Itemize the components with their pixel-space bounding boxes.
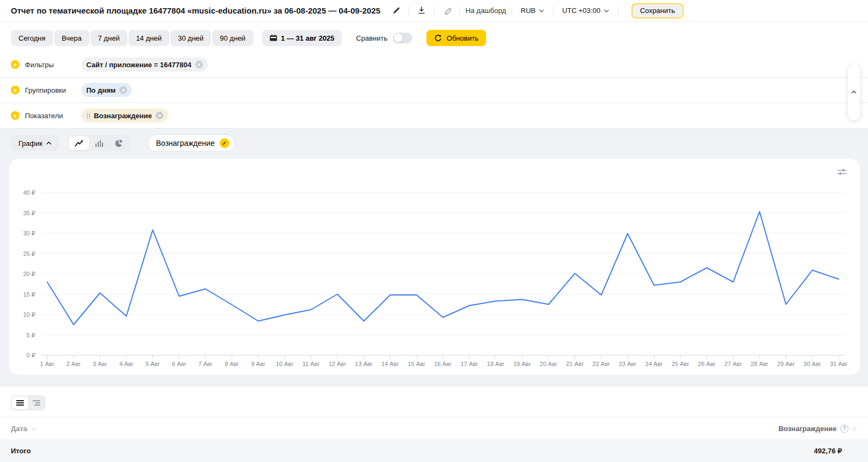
metric-chip-label: Вознаграждение <box>94 112 152 120</box>
bar-chart-icon[interactable] <box>89 136 109 150</box>
metrics-row: + Показатели Вознаграждение × <box>0 103 868 129</box>
help-icon[interactable]: ? <box>840 425 848 433</box>
total-value: 492,76 ₽ <box>814 447 857 455</box>
add-grouping-button[interactable]: + <box>11 86 20 94</box>
chevron-down-icon <box>539 9 544 12</box>
chart-type-switcher <box>68 135 130 151</box>
revenue-line-chart[interactable]: 0 ₽5 ₽10 ₽15 ₽20 ₽25 ₽30 ₽35 ₽40 ₽1 Авг2… <box>9 159 860 375</box>
grouping-chip-label: По дням <box>86 86 116 94</box>
svg-text:7 Авг: 7 Авг <box>199 361 213 367</box>
compare-label: Сравнить <box>356 34 387 42</box>
remove-filter-icon[interactable]: × <box>195 61 203 68</box>
chevron-up-icon <box>46 142 52 145</box>
metric-column-header[interactable]: Вознаграждение ? ↓↑ <box>778 425 857 433</box>
groupings-row: + Группировки По дням × <box>0 78 868 103</box>
filter-chip[interactable]: Сайт / приложение = 16477804 × <box>81 57 208 72</box>
preset-yesterday[interactable]: Вчера <box>54 30 90 46</box>
divider <box>553 7 553 15</box>
preset-14-days[interactable]: 14 дней <box>129 30 169 46</box>
chevron-up-icon <box>851 91 857 94</box>
metric-selector-label: Вознаграждение <box>156 139 214 147</box>
pie-chart-icon[interactable] <box>109 136 129 150</box>
svg-text:5 Авг: 5 Авг <box>145 361 159 367</box>
filters-row: + Фильтры Сайт / приложение = 16477804 × <box>0 52 868 78</box>
date-column-header[interactable]: Дата ↓↑ <box>11 425 35 433</box>
metric-header-label: Вознаграждение <box>778 425 837 433</box>
metric-selector-pill[interactable]: Вознаграждение ✓ <box>148 134 234 152</box>
line-chart-icon[interactable] <box>69 136 89 150</box>
svg-text:2 Авг: 2 Авг <box>66 361 80 367</box>
svg-text:30 Авг: 30 Авг <box>803 361 821 367</box>
drag-handle-icon[interactable] <box>86 112 90 119</box>
collapse-panel-button[interactable] <box>848 64 860 120</box>
grouping-chip[interactable]: По дням × <box>81 83 132 97</box>
chart-controls: График Вознаграждение ✓ <box>0 135 868 151</box>
download-icon[interactable] <box>414 4 429 18</box>
preset-today[interactable]: Сегодня <box>11 30 53 46</box>
chart-settings-icon[interactable] <box>837 168 847 176</box>
timezone-value: UTC +03:00 <box>562 7 600 15</box>
svg-text:23 Авг: 23 Авг <box>619 361 636 367</box>
date-range-button[interactable]: 1 — 31 авг 2025 <box>262 30 342 46</box>
top-header: Отчет по тематической площадке 16477804 … <box>0 0 868 22</box>
svg-text:11 Авг: 11 Авг <box>302 361 320 367</box>
svg-text:20 ₽: 20 ₽ <box>23 271 35 277</box>
svg-text:26 Авг: 26 Авг <box>698 361 716 367</box>
svg-text:30 ₽: 30 ₽ <box>23 230 35 236</box>
chart-view-dropdown[interactable]: График <box>11 135 59 151</box>
svg-text:15 Авг: 15 Авг <box>408 361 425 367</box>
svg-text:5 ₽: 5 ₽ <box>27 332 35 338</box>
svg-text:24 Авг: 24 Авг <box>645 361 662 367</box>
refresh-button[interactable]: Обновить <box>426 30 486 46</box>
svg-text:4 Авг: 4 Авг <box>119 361 133 367</box>
svg-text:15 ₽: 15 ₽ <box>23 291 35 298</box>
divider <box>512 7 512 15</box>
date-preset-group: Сегодня Вчера 7 дней 14 дней 30 дней 90 … <box>11 30 253 46</box>
remove-metric-icon[interactable]: × <box>156 112 163 119</box>
dashboard-link[interactable]: На дашборд <box>465 7 506 15</box>
table-view-switcher <box>11 395 46 410</box>
flat-list-icon[interactable] <box>12 396 28 409</box>
svg-text:29 Авг: 29 Авг <box>777 361 794 367</box>
date-range-value: 1 — 31 авг 2025 <box>281 34 335 42</box>
svg-text:14 Авг: 14 Авг <box>381 361 399 367</box>
timezone-select[interactable]: UTC +03:00 <box>559 6 612 15</box>
svg-text:8 Авг: 8 Авг <box>225 361 239 367</box>
add-filter-button[interactable]: + <box>11 60 20 69</box>
check-icon: ✓ <box>220 138 229 148</box>
chart-section: График Вознаграждение ✓ <box>0 129 868 387</box>
preset-90-days[interactable]: 90 дней <box>212 30 253 46</box>
svg-text:17 Авг: 17 Авг <box>461 361 478 367</box>
calendar-icon <box>270 34 277 42</box>
table-total-row: Итого 492,76 ₽ <box>0 439 868 462</box>
edit-icon[interactable] <box>389 4 403 18</box>
compare-control: Сравнить <box>356 33 412 43</box>
preset-7-days[interactable]: 7 дней <box>91 30 127 46</box>
filter-chip-label: Сайт / приложение = 16477804 <box>86 61 192 69</box>
refresh-label: Обновить <box>446 34 478 42</box>
link-icon[interactable] <box>440 4 454 18</box>
svg-text:40 ₽: 40 ₽ <box>23 189 35 196</box>
save-button[interactable]: Сохранить <box>631 3 684 18</box>
page-title: Отчет по тематической площадке 16477804 … <box>11 6 380 15</box>
sort-icon[interactable]: ↓↑ <box>852 425 856 432</box>
refresh-icon <box>434 34 442 42</box>
currency-select[interactable]: RUB <box>518 6 547 15</box>
metric-chip[interactable]: Вознаграждение × <box>81 108 168 123</box>
svg-text:21 Авг: 21 Авг <box>566 361 583 367</box>
add-metric-button[interactable]: + <box>11 111 20 120</box>
svg-text:13 Авг: 13 Авг <box>355 361 372 367</box>
sort-icon[interactable]: ↓↑ <box>31 425 35 432</box>
tree-list-icon[interactable] <box>28 396 44 409</box>
metrics-label: Показатели <box>25 112 81 120</box>
svg-text:20 Авг: 20 Авг <box>540 361 557 367</box>
compare-toggle[interactable] <box>393 33 412 43</box>
table-section: Дата ↓↑ Вознаграждение ? ↓↑ Итого 492,76… <box>0 395 868 462</box>
divider <box>409 7 409 15</box>
preset-30-days[interactable]: 30 дней <box>170 30 211 46</box>
svg-text:10 Авг: 10 Авг <box>276 361 293 367</box>
remove-grouping-icon[interactable]: × <box>119 86 127 94</box>
svg-text:6 Авг: 6 Авг <box>172 361 186 367</box>
app-root: Отчет по тематической площадке 16477804 … <box>0 0 868 462</box>
svg-text:28 Авг: 28 Авг <box>751 361 768 367</box>
